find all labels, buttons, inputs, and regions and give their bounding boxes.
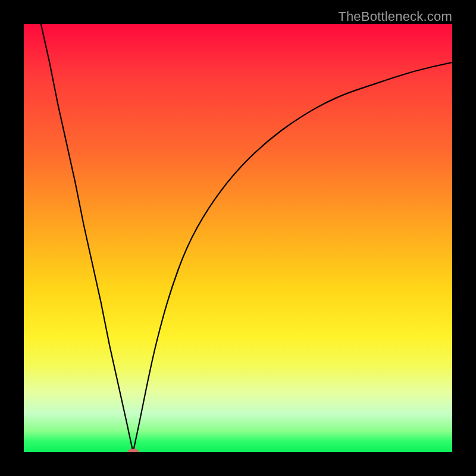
plot-area	[24, 24, 452, 452]
bottleneck-marker	[127, 449, 139, 452]
curve-left-branch	[41, 24, 133, 452]
watermark-text: TheBottleneck.com	[338, 9, 452, 24]
curve-svg	[24, 24, 452, 452]
curve-right-branch	[133, 62, 452, 452]
chart-frame: TheBottleneck.com	[0, 0, 476, 476]
